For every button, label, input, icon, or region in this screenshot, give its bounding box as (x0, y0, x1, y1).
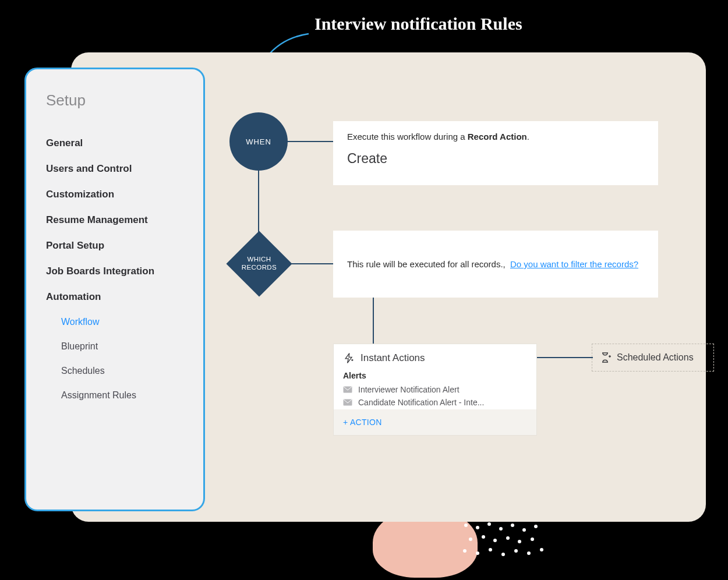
sidebar-item-automation[interactable]: Automation (46, 284, 183, 310)
alert-label: Interviewer Notification Alert (358, 385, 460, 394)
sidebar-item-resume[interactable]: Resume Management (46, 207, 183, 233)
alert-label: Candidate Notification Alert - Inte... (358, 398, 484, 407)
sidebar-title: Setup (46, 91, 183, 109)
svg-point-3 (499, 527, 503, 531)
svg-point-5 (522, 528, 526, 532)
svg-point-9 (493, 539, 497, 542)
svg-point-18 (527, 551, 531, 555)
svg-point-7 (469, 537, 472, 541)
which-text: This rule will be executed for all recor… (347, 259, 638, 269)
sidebar-item-users[interactable]: Users and Control (46, 156, 183, 182)
sidebar-sub-workflow[interactable]: Workflow (61, 310, 183, 334)
sidebar-sub-blueprint[interactable]: Blueprint (61, 334, 183, 359)
lightning-icon (343, 352, 355, 364)
scheduled-actions-box[interactable]: Scheduled Actions (592, 344, 714, 372)
svg-point-15 (489, 548, 492, 551)
svg-point-14 (476, 551, 479, 555)
alert-item[interactable]: Candidate Notification Alert - Inte... (334, 397, 536, 409)
svg-point-13 (463, 549, 467, 553)
setup-sidebar: Setup General Users and Control Customiz… (24, 68, 205, 511)
connector-line (283, 141, 334, 142)
alerts-heading: Alerts (334, 370, 536, 384)
svg-point-4 (511, 524, 514, 527)
which-records-node[interactable]: WHICH RECORDS (227, 232, 291, 296)
svg-point-6 (534, 525, 538, 528)
scheduled-actions-title: Scheduled Actions (617, 352, 694, 363)
filter-records-link[interactable]: Do you want to filter the records? (510, 259, 638, 269)
hourglass-icon (600, 352, 611, 363)
sidebar-sub-schedules[interactable]: Schedules (61, 359, 183, 383)
connector-line (536, 357, 593, 358)
sidebar-item-general[interactable]: General (46, 130, 183, 156)
sidebar-sub-assignment[interactable]: Assignment Rules (61, 383, 183, 408)
instant-actions-title: Instant Actions (361, 352, 425, 364)
svg-point-19 (540, 548, 543, 551)
which-box[interactable]: This rule will be executed for all recor… (333, 231, 658, 298)
mail-icon (343, 399, 352, 406)
svg-point-16 (501, 553, 505, 556)
svg-point-2 (487, 522, 491, 526)
svg-point-8 (482, 535, 485, 539)
svg-point-10 (506, 536, 510, 540)
svg-point-12 (531, 537, 534, 541)
connector-line (285, 263, 334, 264)
connector-line (258, 169, 259, 238)
instant-actions-box: Instant Actions Alerts Interviewer Notif… (333, 344, 537, 436)
svg-point-1 (476, 526, 479, 529)
connector-line (373, 297, 374, 345)
when-description: Execute this workflow during a Record Ac… (347, 132, 644, 142)
svg-point-11 (518, 540, 521, 543)
when-box[interactable]: Execute this workflow during a Record Ac… (333, 121, 658, 185)
when-value: Create (347, 151, 644, 167)
which-records-label: WHICH RECORDS (242, 256, 277, 272)
alert-item[interactable]: Interviewer Notification Alert (334, 384, 536, 397)
sidebar-item-portal[interactable]: Portal Setup (46, 233, 183, 259)
svg-point-0 (464, 524, 468, 527)
when-node[interactable]: WHEN (229, 112, 288, 171)
when-node-label: WHEN (246, 137, 271, 146)
sidebar-item-jobboards[interactable]: Job Boards Integration (46, 259, 183, 284)
sidebar-item-customization[interactable]: Customization (46, 182, 183, 207)
mail-icon (343, 386, 352, 393)
add-action-button[interactable]: + ACTION (334, 409, 536, 435)
annotation-label: Interview notification Rules (314, 14, 522, 34)
svg-point-17 (514, 549, 518, 553)
